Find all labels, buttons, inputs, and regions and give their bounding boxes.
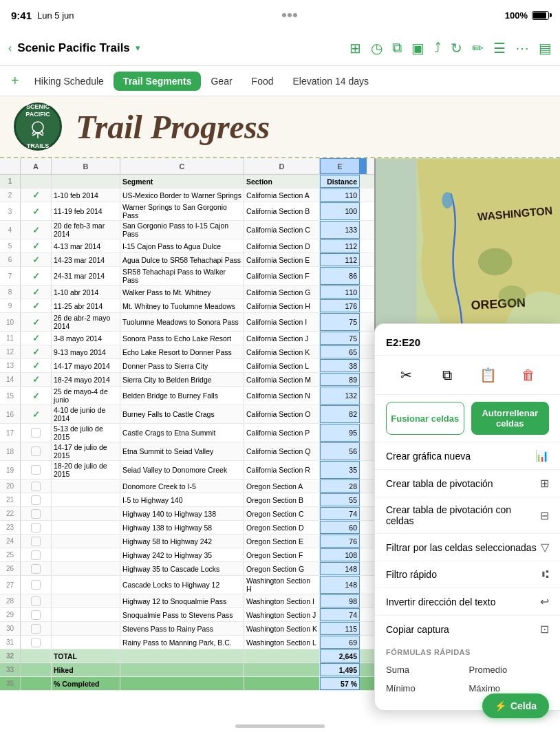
cell-segment[interactable]: Castle Crags to Etna Summit	[120, 424, 244, 442]
cell-date[interactable]: 18-20 de julio de 2015	[52, 461, 120, 479]
cell-date[interactable]: 9-13 mayo 2014	[52, 345, 120, 358]
cell-distance[interactable]: 69	[320, 636, 360, 649]
cell-completed[interactable]: ✓	[21, 221, 52, 239]
cell-segment[interactable]: Tuolumne Meadows to Sonora Pass	[120, 313, 244, 331]
cell-section[interactable]: Washington Section H	[244, 576, 320, 594]
scissors-icon[interactable]: ✂	[394, 363, 419, 387]
cell-segment[interactable]: Segment	[120, 175, 244, 188]
cell-distance[interactable]: 148	[320, 562, 360, 575]
cell-section[interactable]: California Section B	[244, 202, 320, 220]
cell-segment[interactable]: SR58 Tehachapi Pass to Walker Pass	[120, 267, 244, 285]
cell-date[interactable]	[52, 562, 120, 575]
cell-segment[interactable]: I-5 to Highway 140	[120, 493, 244, 506]
cell-segment[interactable]: Highway 58 to Highway 242	[120, 535, 244, 548]
cell-section[interactable]	[244, 649, 320, 663]
trash-icon[interactable]: 🗑	[516, 363, 541, 387]
cell-date[interactable]	[52, 622, 120, 635]
cell-completed[interactable]	[21, 548, 52, 561]
cell-section[interactable]: Washington Section L	[244, 636, 320, 649]
cell-distance[interactable]: 35	[320, 461, 360, 479]
tab-food[interactable]: Food	[242, 72, 283, 91]
title-dropdown-icon[interactable]: ▾	[136, 43, 140, 53]
cell-date[interactable]: TOTAL	[52, 649, 120, 663]
cell-segment[interactable]: Highway 138 to Highway 58	[120, 521, 244, 534]
cell-completed[interactable]: ✓	[21, 387, 52, 405]
cell-segment[interactable]: Agua Dulce to SR58 Tehachapi Pass	[120, 253, 244, 266]
cell-date[interactable]: 14-17 de julio de 2015	[52, 442, 120, 460]
cell-completed[interactable]	[21, 442, 52, 460]
cell-segment[interactable]: Belden Bridge to Burney Falls	[120, 387, 244, 405]
cell-date[interactable]	[52, 608, 120, 621]
cell-completed[interactable]	[21, 493, 52, 506]
cell-distance[interactable]: 176	[320, 299, 360, 312]
cell-distance[interactable]: 112	[320, 239, 360, 252]
cell-date[interactable]: 4-13 mar 2014	[52, 239, 120, 252]
cell-distance[interactable]: 60	[320, 521, 360, 534]
cell-section[interactable]: Washington Section J	[244, 608, 320, 621]
cell-date[interactable]	[52, 535, 120, 548]
cell-distance[interactable]: 112	[320, 253, 360, 266]
cell-segment[interactable]: US-Mexico Border to Warner Springs	[120, 189, 244, 202]
cell-date[interactable]: 1-10 abr 2014	[52, 286, 120, 299]
formula-item[interactable]: Mínimo	[386, 680, 466, 696]
cell-segment[interactable]: Highway 12 to Snoqualmie Pass	[120, 594, 244, 607]
cell-distance[interactable]: 148	[320, 576, 360, 594]
clock-icon[interactable]: ◷	[371, 40, 383, 56]
cell-date[interactable]: 25 de mayo-4 de junio	[52, 387, 120, 405]
tab-elevation[interactable]: Elevation 14 days	[283, 72, 379, 91]
cell-date[interactable]: 24-31 mar 2014	[52, 267, 120, 285]
cell-segment[interactable]	[120, 649, 244, 663]
cell-distance[interactable]: Distance	[320, 175, 360, 188]
cell-completed[interactable]: ✓	[21, 345, 52, 358]
cell-section[interactable]: Washington Section K	[244, 622, 320, 635]
cell-distance[interactable]: 100	[320, 202, 360, 220]
cell-section[interactable]: Oregon Section D	[244, 521, 320, 534]
cell-section[interactable]: California Section D	[244, 239, 320, 252]
cell-completed[interactable]	[21, 677, 52, 690]
cell-distance[interactable]: 86	[320, 267, 360, 285]
cell-segment[interactable]: Highway 242 to Highway 35	[120, 548, 244, 561]
cell-segment[interactable]: Highway 35 to Cascade Locks	[120, 562, 244, 575]
cell-distance[interactable]: 74	[320, 507, 360, 520]
cell-completed[interactable]: ✓	[21, 405, 52, 423]
cell-segment[interactable]	[120, 677, 244, 690]
cell-date[interactable]: Hiked	[52, 663, 120, 676]
cell-date[interactable]	[52, 521, 120, 534]
cell-segment[interactable]: Highway 140 to Highway 138	[120, 507, 244, 520]
cell-completed[interactable]	[21, 594, 52, 607]
cell-segment[interactable]: Walker Pass to Mt. Whitney	[120, 286, 244, 299]
cell-distance[interactable]: 82	[320, 405, 360, 423]
cell-completed[interactable]	[21, 175, 52, 188]
cell-completed[interactable]: ✓	[21, 359, 52, 372]
cell-completed[interactable]: ✓	[21, 313, 52, 331]
cell-section[interactable]: Oregon Section G	[244, 562, 320, 575]
cell-distance[interactable]: 75	[320, 332, 360, 345]
cell-segment[interactable]: Seiad Valley to Donomore Creek	[120, 461, 244, 479]
cell-completed[interactable]: ✓	[21, 267, 52, 285]
cell-segment[interactable]: Rainy Pass to Manning Park, B.C.	[120, 636, 244, 649]
cell-date[interactable]	[52, 175, 120, 188]
table-icon[interactable]: ⊞	[349, 40, 361, 56]
cell-section[interactable]: California Section Q	[244, 442, 320, 460]
cell-segment[interactable]: Donomore Creek to I-5	[120, 480, 244, 493]
cell-distance[interactable]: 108	[320, 548, 360, 561]
cell-date[interactable]	[52, 548, 120, 561]
cell-section[interactable]: California Section P	[244, 424, 320, 442]
cell-completed[interactable]	[21, 622, 52, 635]
cell-section[interactable]: Oregon Section F	[244, 548, 320, 561]
cell-distance[interactable]: 65	[320, 345, 360, 358]
col-a-header[interactable]: A	[21, 158, 52, 174]
image-icon[interactable]: ▣	[411, 40, 424, 56]
cell-segment[interactable]: Burney Falls to Castle Crags	[120, 405, 244, 423]
cell-date[interactable]	[52, 576, 120, 594]
cell-segment[interactable]: Stevens Pass to Rainy Pass	[120, 622, 244, 635]
cell-section[interactable]: California Section O	[244, 405, 320, 423]
cell-date[interactable]: 26 de abr-2 mayo 2014	[52, 313, 120, 331]
cell-completed[interactable]: ✓	[21, 332, 52, 345]
pen-icon[interactable]: ✏	[472, 40, 484, 56]
cell-section[interactable]	[244, 677, 320, 690]
cell-completed[interactable]: ✓	[21, 253, 52, 266]
cell-date[interactable]: 5-13 de julio de 2015	[52, 424, 120, 442]
cell-section[interactable]: California Section K	[244, 345, 320, 358]
cell-section[interactable]: California Section A	[244, 189, 320, 202]
